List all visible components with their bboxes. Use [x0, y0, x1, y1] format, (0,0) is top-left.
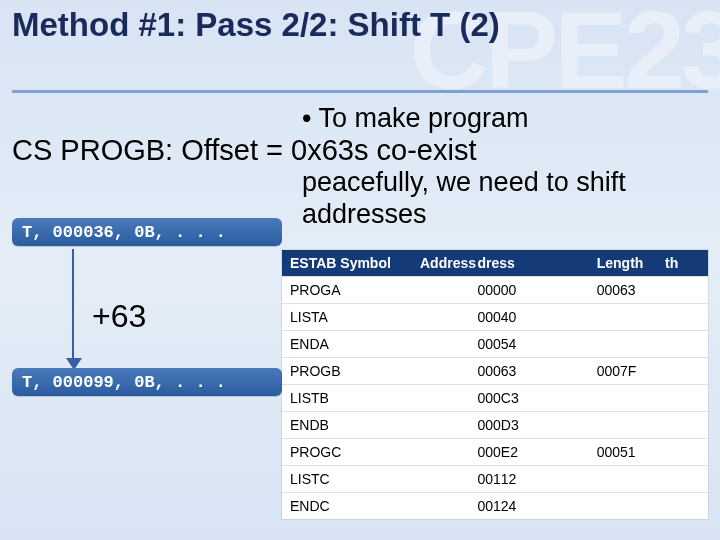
cell-symbol: PROGA: [282, 277, 469, 304]
slide-title: Method #1: Pass 2/2: Shift T (2): [12, 6, 572, 44]
cell-length: [589, 493, 708, 520]
cell-length: [589, 331, 708, 358]
cell-length: [589, 412, 708, 439]
col-length-header: Length: [589, 250, 708, 277]
table-row: ENDC00124: [282, 493, 708, 520]
offset-line: CS PROGB: Offset = 0x63s co-exist: [12, 134, 712, 167]
table-row: ENDB000D3: [282, 412, 708, 439]
cell-symbol: PROGB: [282, 358, 469, 385]
col-address-header: dress: [469, 250, 588, 277]
table-row: PROGA0000000063: [282, 277, 708, 304]
estab-table: ESTAB Symbol dress Length PROGA000000006…: [282, 250, 708, 519]
cell-symbol: PROGC: [282, 439, 469, 466]
cell-length: [589, 304, 708, 331]
bullet-line-1: • To make program: [302, 102, 712, 134]
cell-address: 000D3: [469, 412, 588, 439]
table-row: ENDA00054: [282, 331, 708, 358]
cell-address: 00124: [469, 493, 588, 520]
table-row: PROGB000630007F: [282, 358, 708, 385]
cell-length: [589, 385, 708, 412]
cell-address: 000C3: [469, 385, 588, 412]
cell-length: [589, 466, 708, 493]
col-symbol-header: ESTAB Symbol: [282, 250, 469, 277]
cell-symbol: ENDC: [282, 493, 469, 520]
cell-address: 00000: [469, 277, 588, 304]
cell-address: 000E2: [469, 439, 588, 466]
offset-label: +63: [92, 298, 146, 335]
arrow-shaft: [72, 249, 74, 366]
cell-symbol: LISTB: [282, 385, 469, 412]
cell-length: 00063: [589, 277, 708, 304]
cell-symbol: ENDB: [282, 412, 469, 439]
table-row: PROGC000E200051: [282, 439, 708, 466]
cell-symbol: LISTC: [282, 466, 469, 493]
table-row: LISTC00112: [282, 466, 708, 493]
t-record-after: T, 000099, 0B, . . .: [12, 368, 282, 396]
table-header-row: ESTAB Symbol dress Length: [282, 250, 708, 277]
t-record-before: T, 000036, 0B, . . .: [12, 218, 282, 246]
cell-address: 00054: [469, 331, 588, 358]
title-underline: [12, 90, 708, 93]
cell-symbol: LISTA: [282, 304, 469, 331]
cell-length: 0007F: [589, 358, 708, 385]
cell-address: 00040: [469, 304, 588, 331]
bullet-rest: peacefully, we need to shift addresses: [302, 166, 712, 231]
table-row: LISTB000C3: [282, 385, 708, 412]
table-row: LISTA00040: [282, 304, 708, 331]
cell-address: 00112: [469, 466, 588, 493]
cell-address: 00063: [469, 358, 588, 385]
cell-length: 00051: [589, 439, 708, 466]
cell-symbol: ENDA: [282, 331, 469, 358]
